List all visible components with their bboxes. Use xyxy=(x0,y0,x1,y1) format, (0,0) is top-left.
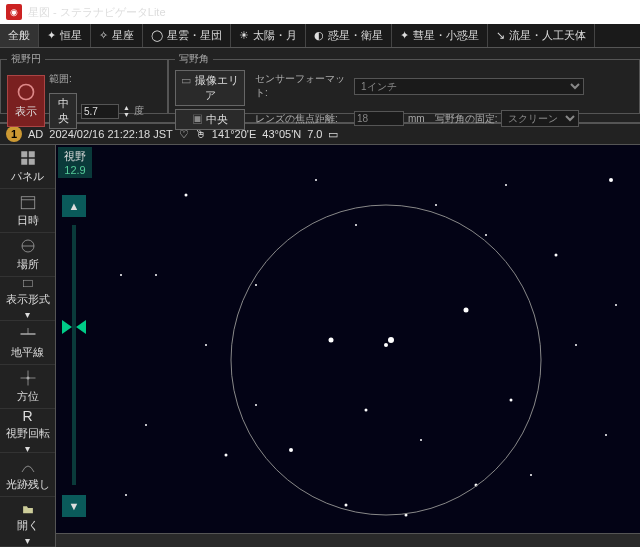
focal-length-label: レンズの焦点距離: xyxy=(255,112,350,126)
svg-rect-4 xyxy=(28,159,34,165)
svg-rect-1 xyxy=(21,151,27,157)
sensor-format-select[interactable]: 1インチ xyxy=(354,78,584,95)
fix-label: 写野角の固定: xyxy=(435,112,498,126)
fov-angle-legend: 写野角 xyxy=(175,52,213,66)
sidebar-item-trail[interactable]: 光跡残し xyxy=(0,453,55,497)
range-spinner[interactable]: ▲▼ xyxy=(123,104,130,118)
sidebar: パネル 日時 場所 表示形式 ▾ 地平線 方位 R視野回転 ▾ 光跡残し 開く … xyxy=(0,145,56,547)
svg-rect-3 xyxy=(21,159,27,165)
svg-marker-15 xyxy=(62,320,72,334)
app-icon: ◉ xyxy=(6,4,22,20)
tab-stars[interactable]: ✦ 恒星 xyxy=(39,24,91,47)
sky-canvas[interactable]: 視野 12.9 ▲ ▼ xyxy=(56,145,640,547)
range-input[interactable] xyxy=(81,104,119,119)
svg-rect-5 xyxy=(21,197,35,209)
main-area: パネル 日時 場所 表示形式 ▾ 地平線 方位 R視野回転 ▾ 光跡残し 開く … xyxy=(0,145,640,547)
ribbon: 視野円 表示 範囲: 中央 ▲▼ 度 写野角 ▭ 撮像エリア ▣ 中央 xyxy=(0,48,640,123)
center-button[interactable]: 中央 xyxy=(49,93,77,129)
imaging-area-button[interactable]: ▭ 撮像エリア xyxy=(175,70,245,106)
range-label: 範囲: xyxy=(49,72,72,86)
fix-select[interactable]: スクリーン xyxy=(501,110,579,127)
tab-nebula[interactable]: ◯ 星雲・星団 xyxy=(143,24,231,47)
focal-unit: mm xyxy=(408,113,425,124)
svg-marker-16 xyxy=(76,320,86,334)
sidebar-item-open[interactable]: 開く ▾ xyxy=(0,503,55,547)
group-fov-angle: 写野角 ▭ 撮像エリア ▣ 中央 センサーフォーマット: 1インチ レンズの焦点… xyxy=(168,52,640,114)
tab-bar: 全般 ✦ 恒星 ✧ 星座 ◯ 星雲・星団 ☀ 太陽・月 ◐ 惑星・衛星 ✦ 彗星… xyxy=(0,24,640,48)
sensor-format-label: センサーフォーマット: xyxy=(255,72,350,100)
zoom-slider-handle[interactable] xyxy=(62,320,86,334)
focal-length-input[interactable] xyxy=(354,111,404,126)
fov-circle-legend: 視野円 xyxy=(7,52,45,66)
zoom-in-button[interactable]: ▲ xyxy=(62,195,86,217)
window-title: 星図 - ステラナビゲータLite xyxy=(28,5,166,20)
tab-comets[interactable]: ✦ 彗星・小惑星 xyxy=(392,24,488,47)
svg-rect-2 xyxy=(28,151,34,157)
zoom-out-button[interactable]: ▼ xyxy=(62,495,86,517)
svg-point-0 xyxy=(19,85,34,100)
range-unit: 度 xyxy=(134,104,144,118)
sidebar-item-rotate[interactable]: R視野回転 ▾ xyxy=(0,409,55,453)
tab-sun-moon[interactable]: ☀ 太陽・月 xyxy=(231,24,306,47)
sidebar-item-datetime[interactable]: 日時 xyxy=(0,189,55,233)
titlebar: ◉ 星図 - ステラナビゲータLite xyxy=(0,0,640,24)
group-fov-circle: 視野円 表示 範囲: 中央 ▲▼ 度 xyxy=(0,52,168,114)
zoom-slider-track[interactable] xyxy=(72,225,76,485)
sidebar-item-panel[interactable]: パネル xyxy=(0,145,55,189)
fov-indicator: 視野 12.9 xyxy=(58,147,92,178)
tab-constellation[interactable]: ✧ 星座 xyxy=(91,24,143,47)
tab-meteor[interactable]: ↘ 流星・人工天体 xyxy=(488,24,595,47)
horizontal-scrollbar[interactable] xyxy=(56,533,640,547)
svg-rect-9 xyxy=(23,280,32,287)
show-button[interactable]: 表示 xyxy=(7,75,45,127)
tab-planets[interactable]: ◐ 惑星・衛星 xyxy=(306,24,392,47)
center-fov-button[interactable]: ▣ 中央 xyxy=(175,109,245,130)
tab-general[interactable]: 全般 xyxy=(0,24,39,47)
sidebar-item-direction[interactable]: 方位 xyxy=(0,365,55,409)
sidebar-item-display[interactable]: 表示形式 ▾ xyxy=(0,277,55,321)
sidebar-item-horizon[interactable]: 地平線 xyxy=(0,321,55,365)
sidebar-item-location[interactable]: 場所 xyxy=(0,233,55,277)
